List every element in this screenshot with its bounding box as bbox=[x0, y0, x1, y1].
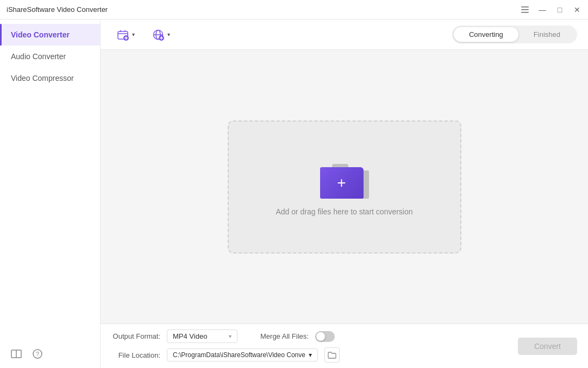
drop-zone[interactable]: + Add or drag files here to start conver… bbox=[228, 120, 461, 253]
book-icon[interactable] bbox=[11, 349, 22, 361]
add-file-chevron: ▾ bbox=[132, 31, 135, 37]
add-url-chevron: ▾ bbox=[167, 31, 170, 37]
open-folder-button[interactable] bbox=[324, 347, 340, 363]
folder-add-icon: + bbox=[320, 158, 369, 199]
toolbar: ▾ ▾ Converting Finished bbox=[101, 20, 588, 50]
title-bar: iShareSoftware Video Converter — □ ✕ bbox=[0, 0, 588, 20]
file-location-label: File Location: bbox=[111, 351, 160, 359]
file-location-row: File Location: C:\ProgramData\iShareSoft… bbox=[111, 347, 518, 363]
location-chevron: ▾ bbox=[309, 351, 312, 359]
folder-front: + bbox=[320, 167, 364, 199]
add-url-button[interactable]: ▾ bbox=[147, 26, 176, 44]
sidebar-footer: ? bbox=[0, 342, 100, 368]
add-file-button[interactable]: ▾ bbox=[111, 26, 140, 44]
sidebar-item-video-compressor[interactable]: Video Compressor bbox=[0, 67, 100, 89]
bottom-actions: Output Format: MP4 Video ▾ Merge All Fil… bbox=[111, 329, 577, 363]
file-location-select[interactable]: C:\ProgramData\iShareSoftware\Video Conv… bbox=[167, 348, 318, 361]
drop-zone-label: Add or drag files here to start conversi… bbox=[276, 207, 412, 216]
svg-rect-1 bbox=[521, 9, 529, 10]
tab-finished[interactable]: Finished bbox=[518, 27, 576, 42]
svg-text:?: ? bbox=[36, 351, 39, 357]
minimize-button[interactable]: — bbox=[538, 5, 547, 14]
output-format-chevron: ▾ bbox=[229, 333, 232, 339]
menu-button[interactable] bbox=[521, 5, 529, 14]
app-body: Video Converter Audio Converter Video Co… bbox=[0, 20, 588, 368]
output-format-select[interactable]: MP4 Video ▾ bbox=[167, 329, 237, 343]
folder-plus-symbol: + bbox=[337, 175, 346, 191]
output-format-label: Output Format: bbox=[111, 332, 160, 340]
svg-rect-2 bbox=[521, 12, 529, 13]
help-icon[interactable]: ? bbox=[33, 349, 42, 361]
window-controls: — □ ✕ bbox=[521, 5, 581, 14]
main-content: ▾ ▾ Converting Finished bbox=[101, 20, 588, 368]
output-format-row: Output Format: MP4 Video ▾ Merge All Fil… bbox=[111, 329, 518, 343]
output-format-value: MP4 Video bbox=[173, 332, 207, 340]
drop-zone-area: + Add or drag files here to start conver… bbox=[101, 50, 588, 323]
close-button[interactable]: ✕ bbox=[573, 5, 581, 14]
app-title: iShareSoftware Video Converter bbox=[7, 5, 108, 14]
svg-rect-0 bbox=[521, 7, 529, 8]
merge-files-toggle[interactable] bbox=[315, 331, 335, 342]
tab-converting[interactable]: Converting bbox=[454, 27, 518, 42]
bottom-rows: Output Format: MP4 Video ▾ Merge All Fil… bbox=[111, 329, 518, 363]
tab-switcher: Converting Finished bbox=[452, 26, 577, 43]
convert-button[interactable]: Convert bbox=[518, 338, 577, 355]
file-location-value: C:\ProgramData\iShareSoftware\Video Conv… bbox=[173, 351, 305, 359]
sidebar-item-audio-converter[interactable]: Audio Converter bbox=[0, 46, 100, 67]
maximize-button[interactable]: □ bbox=[555, 5, 564, 14]
sidebar: Video Converter Audio Converter Video Co… bbox=[0, 20, 101, 368]
merge-all-files-label: Merge All Files: bbox=[260, 332, 309, 340]
sidebar-item-video-converter[interactable]: Video Converter bbox=[0, 24, 100, 46]
bottom-bar: Output Format: MP4 Video ▾ Merge All Fil… bbox=[101, 323, 588, 368]
